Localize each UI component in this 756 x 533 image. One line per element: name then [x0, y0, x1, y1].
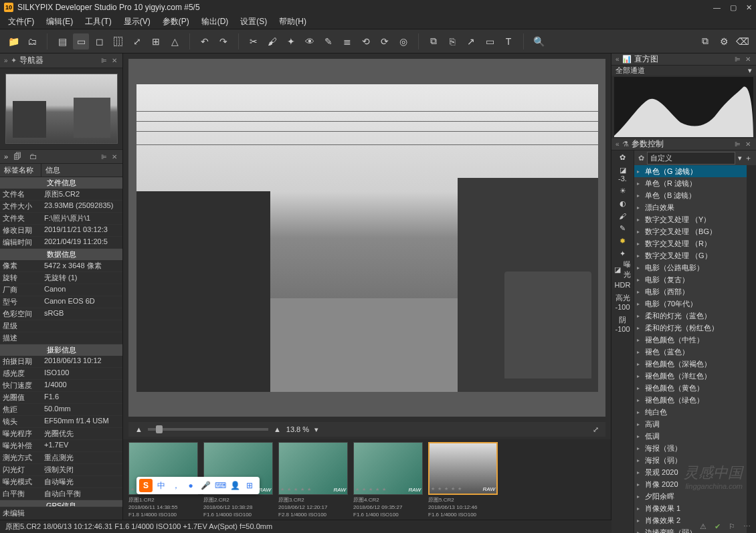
- preset-item[interactable]: 电影（70年代）: [634, 298, 747, 310]
- preset-item[interactable]: 边缘变暗（弱）: [634, 526, 747, 533]
- preset-item[interactable]: 褪色颜色（绿色）: [634, 394, 747, 406]
- redo-icon[interactable]: ↷: [215, 33, 231, 49]
- brush-icon[interactable]: 🖌: [264, 33, 280, 49]
- ime-button[interactable]: ⊞: [242, 479, 257, 492]
- maximize-button[interactable]: ▢: [730, 3, 737, 12]
- preset-item[interactable]: 电影（公路电影）: [634, 261, 747, 274]
- nr-cat-icon[interactable]: ✦: [620, 249, 626, 258]
- panel-controls[interactable]: ⊫ ✕: [735, 140, 752, 148]
- paste-icon[interactable]: ⎘: [444, 33, 460, 49]
- preset-item[interactable]: 数字交叉处理 （R）: [634, 237, 747, 249]
- preset-item[interactable]: 肖像效果 1: [634, 502, 747, 514]
- preset-item[interactable]: 数字交叉处理 （G）: [634, 249, 747, 261]
- window-icon[interactable]: ⧉: [697, 33, 713, 49]
- rotate-l-icon[interactable]: ⟲: [358, 33, 374, 49]
- copy-icon[interactable]: ⧉: [426, 33, 442, 49]
- view-compare-icon[interactable]: ◻: [92, 33, 108, 49]
- preset-item[interactable]: 褪色颜色（洋红色）: [634, 370, 747, 382]
- preset-item[interactable]: 肖像 2020: [634, 478, 747, 490]
- preset-item[interactable]: 低调: [634, 430, 747, 442]
- spot-icon[interactable]: ✦: [283, 33, 299, 49]
- effect-cat-icon[interactable]: ✹: [620, 237, 626, 245]
- navigator-thumbnail[interactable]: [0, 68, 122, 149]
- menu-item[interactable]: 设置(S): [235, 15, 272, 29]
- filmstrip-item[interactable]: ★ ★ ★ ★ ★RAW原图4.CR22018/06/12 09:35:27F1…: [353, 442, 423, 517]
- zoom-handle-icon[interactable]: ▲: [274, 425, 281, 433]
- filmstrip-item[interactable]: ★ ★ ★ ★ ★RAW原图5.CR22018/06/13 10:12:46F1…: [428, 442, 498, 517]
- redeye-icon[interactable]: 👁: [302, 33, 318, 49]
- export-icon[interactable]: ↗: [463, 33, 479, 49]
- search-icon[interactable]: 🔍: [531, 33, 547, 49]
- collapse-icon[interactable]: «: [616, 140, 620, 148]
- collapse-icon[interactable]: »: [4, 57, 8, 64]
- menu-item[interactable]: 参数(P): [157, 15, 195, 29]
- slideshow-icon[interactable]: ▭: [482, 33, 498, 49]
- view-grid-icon[interactable]: ▤: [54, 33, 70, 49]
- ime-button[interactable]: 🎤: [198, 479, 213, 492]
- rotate-r-icon[interactable]: ⟳: [377, 33, 393, 49]
- tool-recent-icon[interactable]: 🗂: [24, 33, 40, 49]
- preset-item[interactable]: 柔和的灯光（粉红色）: [634, 322, 747, 334]
- ime-button[interactable]: ⌨: [213, 479, 227, 492]
- menu-item[interactable]: 文件(F): [3, 15, 39, 29]
- ime-button[interactable]: ●: [183, 479, 198, 492]
- preset-item[interactable]: 柔和的灯光（蓝色）: [634, 310, 747, 322]
- preset-item[interactable]: 褪色（蓝色）: [634, 346, 747, 358]
- preset-item[interactable]: 景观 2020: [634, 466, 747, 478]
- close-button[interactable]: ✕: [746, 3, 752, 12]
- preset-item[interactable]: 肖像效果 2: [634, 514, 747, 526]
- folder-tab-icon[interactable]: 🗀: [29, 152, 40, 161]
- preset-item[interactable]: 单色（B 滤镜）: [634, 189, 747, 201]
- contrast-cat-icon[interactable]: ◐: [620, 199, 626, 208]
- preset-select[interactable]: 自定义: [647, 152, 735, 165]
- panel-controls[interactable]: ⊫ ✕: [101, 57, 118, 64]
- preset-item[interactable]: 褪色颜色（中性）: [634, 334, 747, 346]
- view-split-icon[interactable]: ⿲: [110, 33, 126, 49]
- menu-item[interactable]: 输出(D): [196, 15, 234, 29]
- add-preset-icon[interactable]: ＋: [745, 153, 752, 163]
- view-warning-icon[interactable]: △: [167, 33, 183, 49]
- zoom-slider[interactable]: [148, 428, 268, 431]
- ime-toolbar[interactable]: S 中，●🎤⌨👤⊞: [136, 477, 260, 494]
- ime-button[interactable]: 👤: [227, 479, 242, 492]
- dropdown-icon[interactable]: ▾: [738, 154, 742, 163]
- view-single-icon[interactable]: ▭: [73, 33, 89, 49]
- path-icon[interactable]: ✎: [320, 33, 337, 49]
- filmstrip-item[interactable]: ★ ★ ★ ★ ★RAW原图3.CR22018/06/12 12:20:17F2…: [278, 442, 348, 517]
- preset-item[interactable]: 褪色颜色（深褐色）: [634, 358, 747, 370]
- undo-icon[interactable]: ↶: [197, 33, 213, 49]
- view-multi-icon[interactable]: ⊞: [148, 33, 164, 49]
- fit-icon[interactable]: ⤢: [593, 425, 599, 434]
- preset-item[interactable]: 海报（强）: [634, 442, 747, 454]
- collapse-icon[interactable]: «: [616, 56, 620, 63]
- zoom-dropdown-icon[interactable]: ▾: [314, 425, 318, 434]
- preset-item[interactable]: 数字交叉处理 （BG）: [634, 225, 747, 237]
- channel-selector[interactable]: 全部通道▾: [611, 66, 756, 76]
- zoom-handle-icon[interactable]: ▲: [135, 425, 143, 433]
- layers-icon[interactable]: ≣: [339, 33, 355, 49]
- ime-button[interactable]: 中: [154, 479, 169, 492]
- color-cat-icon[interactable]: 🖌: [619, 212, 626, 220]
- preset-list[interactable]: 单色（G 滤镜）单色（R 滤镜）单色（B 滤镜）漂白效果数字交叉处理 （Y）数字…: [634, 165, 747, 533]
- image-viewer[interactable]: [128, 59, 605, 417]
- lens-icon[interactable]: ◎: [395, 33, 411, 49]
- view-fullscreen-icon[interactable]: ⤢: [129, 33, 145, 49]
- menu-item[interactable]: 工具(T): [80, 15, 116, 29]
- ime-logo-icon[interactable]: S: [139, 479, 153, 492]
- preset-item[interactable]: 电影（西部）: [634, 286, 747, 298]
- preset-item[interactable]: 单色（G 滤镜）: [634, 165, 747, 177]
- minimize-button[interactable]: —: [713, 3, 721, 12]
- preset-item[interactable]: 漂白效果: [634, 201, 747, 213]
- tool-open-icon[interactable]: 📁: [5, 33, 21, 49]
- gear-icon[interactable]: ✿: [638, 154, 644, 163]
- preset-item[interactable]: 夕阳余晖: [634, 490, 747, 502]
- exposure-cat-icon[interactable]: ◪: [620, 166, 626, 175]
- menu-item[interactable]: 帮助(H): [274, 15, 312, 29]
- ime-button[interactable]: ，: [169, 479, 183, 492]
- menu-item[interactable]: 编辑(E): [41, 15, 78, 29]
- preset-item[interactable]: 褪色颜色（黄色）: [634, 382, 747, 394]
- scrollbar[interactable]: [747, 165, 756, 533]
- info-tab-icon[interactable]: 🗐: [13, 152, 24, 161]
- text-icon[interactable]: T: [500, 33, 516, 49]
- erase-icon[interactable]: ⌫: [735, 33, 751, 49]
